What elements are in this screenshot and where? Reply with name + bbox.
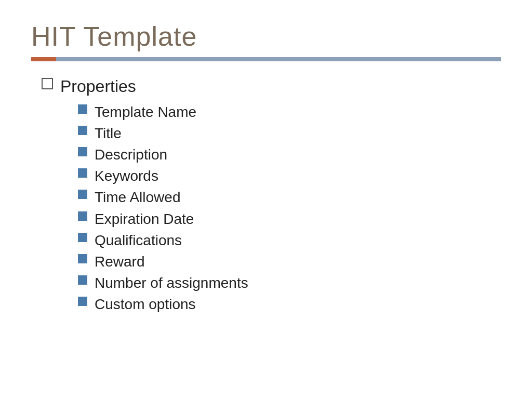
list-item: Custom options (78, 294, 501, 314)
level2-label-2: Description (95, 144, 167, 165)
slide-title: HIT Template (31, 21, 501, 52)
level2-checkbox (78, 126, 87, 135)
list-item: Template Name (78, 102, 501, 122)
list-item: Number of assignments (78, 273, 501, 293)
level1-properties: Properties (42, 76, 501, 98)
level2-label-6: Qualifications (95, 230, 182, 250)
level2-label-0: Template Name (95, 102, 196, 122)
list-item: Time Allowed (78, 187, 501, 207)
list-item: Description (78, 144, 501, 165)
accent-bar-blue (56, 57, 501, 61)
slide: HIT Template Properties Template NameTit… (0, 0, 532, 399)
level1-checkbox (42, 78, 53, 89)
list-item: Reward (78, 251, 501, 272)
level2-checkbox (78, 190, 87, 199)
level2-checkbox (78, 211, 87, 221)
level2-label-4: Time Allowed (95, 187, 180, 207)
level2-label-7: Reward (95, 251, 144, 272)
level2-checkbox (78, 254, 87, 263)
level2-label-3: Keywords (95, 166, 158, 186)
level2-label-5: Expiration Date (95, 209, 194, 229)
accent-bar-orange (31, 57, 56, 61)
level2-label-9: Custom options (95, 294, 196, 314)
level2-checkbox (78, 104, 87, 114)
level2-list: Template NameTitleDescriptionKeywordsTim… (42, 102, 501, 315)
level1-label: Properties (60, 76, 136, 98)
list-item: Title (78, 123, 501, 143)
list-item: Expiration Date (78, 209, 501, 229)
level2-checkbox (78, 297, 87, 306)
level2-checkbox (78, 147, 87, 156)
level2-label-1: Title (95, 123, 122, 143)
accent-bar (31, 57, 501, 61)
level2-checkbox (78, 233, 87, 242)
content-area: Properties Template NameTitleDescription… (31, 76, 501, 314)
level2-checkbox (78, 168, 87, 178)
list-item: Qualifications (78, 230, 501, 250)
level2-label-8: Number of assignments (95, 273, 248, 293)
level2-checkbox (78, 275, 87, 285)
list-item: Keywords (78, 166, 501, 186)
